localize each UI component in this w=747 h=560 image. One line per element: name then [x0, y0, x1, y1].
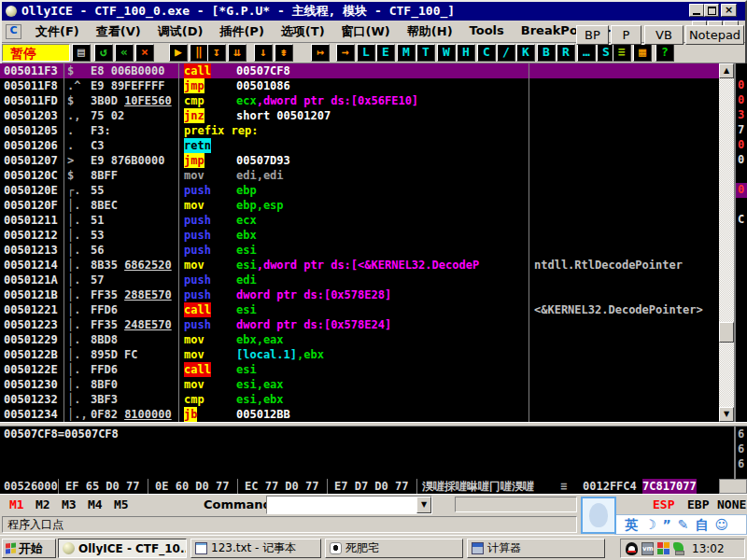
disasm-row[interactable]: 0050120C$8BFFmovedi,edi	[0, 168, 719, 183]
ime-toolbar[interactable]: 英☽”✎自☺	[614, 514, 747, 535]
plugin-button-p[interactable]: P	[611, 25, 641, 45]
registers-pane-sliver[interactable]: 0037000C666	[734, 63, 747, 479]
ime-moon-icon[interactable]: ☽	[644, 515, 656, 534]
animate-into-button[interactable]: ↓	[254, 44, 273, 62]
view-windows-button[interactable]: W	[437, 44, 456, 62]
info-pane[interactable]: 00507CF8=00507CF8	[0, 427, 734, 479]
close-button[interactable]: ×	[721, 4, 737, 17]
qq-tray-icon[interactable]	[626, 542, 638, 555]
view-call-stack-button[interactable]: K	[516, 44, 535, 62]
disasm-row[interactable]: 00501207>E9 876B0000jmp00507D93	[0, 153, 719, 168]
disassembly-pane[interactable]: 005011F3$E8 006B0000call00507CF8005011F8…	[0, 63, 719, 422]
cpu-window-icon[interactable]: C	[6, 24, 21, 39]
m-button-m5[interactable]: M5	[114, 497, 129, 511]
disasm-row[interactable]: 0050121A│.57pushedi	[0, 273, 719, 287]
menu-item-0[interactable]: 文件(F)	[27, 21, 88, 42]
dropdown-arrow-icon[interactable]: ▼	[416, 497, 431, 513]
view-breakpoints-button[interactable]: B	[537, 44, 556, 62]
disasm-row[interactable]: 00501211│.51pushecx	[0, 213, 719, 228]
minimize-button[interactable]	[689, 4, 704, 17]
disasm-row[interactable]: 00501206.C3retn	[0, 138, 719, 153]
view-handles-button[interactable]: H	[457, 44, 475, 62]
vmware-tray-icon[interactable]: vm	[641, 542, 654, 555]
run-button[interactable]: ▶	[169, 44, 188, 62]
disasm-row[interactable]: 005011F3$E8 006B0000call00507CF8	[0, 63, 719, 78]
disasm-row[interactable]: 0050122B│.895D FCmov[local.1],ebx	[0, 347, 719, 362]
disasm-row[interactable]: 00501205.F3:prefix rep:	[0, 123, 719, 138]
task-button-3[interactable]: 计算器	[467, 539, 605, 558]
view-references-button[interactable]: R	[557, 44, 575, 62]
column-separator[interactable]	[529, 63, 529, 422]
m-button-m1[interactable]: M1	[9, 497, 24, 511]
view-patches-button[interactable]: /	[497, 44, 515, 62]
menu-item-1[interactable]: 查看(V)	[88, 21, 149, 42]
view-log-button[interactable]: L	[357, 44, 375, 62]
plugin-button-vb[interactable]: VB	[644, 25, 684, 45]
disasm-row[interactable]: 00501230│.8BF0movesi,eax	[0, 377, 719, 392]
clock[interactable]: 13:02	[692, 542, 725, 555]
disasm-row[interactable]: 0050120E┌.55pushebp	[0, 183, 719, 198]
disasm-row[interactable]: 00501214│.8B35 6862520movesi,dword ptr d…	[0, 258, 719, 273]
disasm-row[interactable]: 0050122E│.FFD6callesi	[0, 362, 719, 377]
scroll-thumb[interactable]	[719, 322, 734, 343]
column-separator[interactable]	[178, 63, 179, 422]
menu-item-2[interactable]: 调试(D)	[149, 21, 212, 42]
disasm-scrollbar[interactable]: ▲ ▼	[719, 63, 734, 422]
column-separator[interactable]	[63, 63, 64, 422]
ime-pen-icon[interactable]: ✎	[678, 515, 689, 534]
scroll-down-button[interactable]: ▼	[719, 407, 734, 422]
disasm-row[interactable]: 00501212│.53pushebx	[0, 228, 719, 243]
view-memory-button[interactable]: M	[397, 44, 416, 62]
ime-smiley-icon[interactable]: ☺	[715, 515, 729, 534]
pause-button[interactable]: ‖	[190, 44, 208, 62]
disasm-row[interactable]: 0050120F│.8BECmovebp,esp	[0, 198, 719, 213]
m-button-m3[interactable]: M3	[62, 497, 77, 511]
disasm-row[interactable]: 00501213│.56pushesi	[0, 243, 719, 258]
disasm-row[interactable]: 005011F8.^E9 89FEFFFFjmp00501086	[0, 78, 719, 93]
restart-button[interactable]: ↺	[94, 44, 113, 62]
open-file-button[interactable]: ▤	[72, 44, 91, 62]
help-button[interactable]: ?	[655, 44, 674, 62]
disasm-row[interactable]: 00501203.,75 02jnzshort 00501207	[0, 108, 719, 123]
go-to-address-button[interactable]: →	[336, 44, 355, 62]
start-button[interactable]: 开始	[2, 539, 56, 558]
view-cpu-button[interactable]: C	[477, 44, 496, 62]
execute-till-return-button[interactable]: ↦	[311, 44, 330, 62]
animate-over-button[interactable]: ⇟	[275, 44, 293, 62]
ime-lang-icon[interactable]: 英	[625, 515, 638, 534]
plugin-button-bp[interactable]: BP	[576, 25, 609, 45]
command-combobox[interactable]: ▼	[266, 496, 432, 514]
disasm-row[interactable]: 00501229│.8BD8movebx,eax	[0, 332, 719, 347]
disasm-row[interactable]: 00501232│.3BF3cmpesi,ebx	[0, 392, 719, 407]
step-over-button[interactable]: ⇊	[228, 44, 247, 62]
scroll-up-button[interactable]: ▲	[719, 63, 734, 78]
dump-scroll-corner[interactable]	[719, 479, 747, 494]
disasm-row[interactable]: 00501234│.,0F82 8100000jb005012BB	[0, 407, 719, 422]
colors-tray-icon[interactable]	[657, 542, 669, 555]
view-threads-button[interactable]: T	[416, 44, 435, 62]
restore-button[interactable]	[704, 4, 719, 17]
disasm-row[interactable]: 00501221│.FFD6callesi<&KERNEL32.DecodePo…	[0, 302, 719, 317]
antivirus-tray-icon[interactable]	[673, 542, 685, 555]
task-button-2[interactable]: 死肥宅	[325, 539, 463, 558]
task-button-1[interactable]: 123.txt - 记事本	[190, 539, 321, 558]
m-button-m2[interactable]: M2	[35, 497, 50, 511]
m-button-m4[interactable]: M4	[88, 497, 103, 511]
disasm-row[interactable]: 0050121B│.FF35 288E570pushdword ptr ds:[…	[0, 287, 719, 302]
menu-item-5[interactable]: 窗口(W)	[333, 21, 399, 42]
close-program-button[interactable]: ×	[135, 44, 154, 62]
qq-panel[interactable]	[581, 497, 616, 534]
ime-quotes-icon[interactable]: ”	[663, 515, 671, 534]
view-run-trace-button[interactable]: …	[577, 44, 596, 62]
step-into-button[interactable]: ↧	[207, 44, 226, 62]
splitter-grip-icon[interactable]: ≡	[560, 479, 567, 494]
disasm-row[interactable]: 005011FD$3B0D 10FE560cmpecx,dword ptr ds…	[0, 93, 719, 108]
disasm-row[interactable]: 00501223│.FF35 248E570pushdword ptr ds:[…	[0, 317, 719, 332]
dump-pane-row[interactable]: 00526000EF 65 D0 770E 60 D0 77EC 77 D0 7…	[0, 479, 719, 494]
command-input[interactable]	[268, 497, 419, 514]
menu-item-4[interactable]: 选项(T)	[273, 21, 333, 42]
ime-board-icon[interactable]: 自	[696, 515, 709, 534]
menu-item-3[interactable]: 插件(P)	[211, 21, 272, 42]
menu-item-6[interactable]: 帮助(H)	[399, 21, 461, 42]
view-executables-button[interactable]: E	[376, 44, 395, 62]
